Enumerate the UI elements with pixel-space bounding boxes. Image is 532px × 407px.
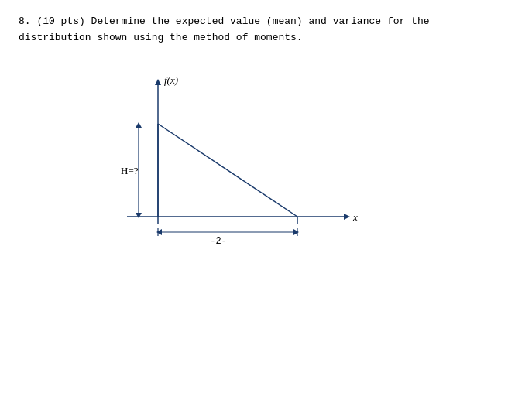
svg-line-5 xyxy=(158,124,297,217)
x-label: x xyxy=(352,211,358,223)
page: 8. (10 pts) Determine the expected value… xyxy=(0,0,532,407)
h-label: H=? xyxy=(121,165,139,176)
problem-line1: 8. (10 pts) Determine the expected value… xyxy=(19,14,513,30)
svg-marker-13 xyxy=(156,229,162,235)
svg-marker-8 xyxy=(136,122,142,128)
svg-marker-1 xyxy=(344,214,350,220)
svg-marker-3 xyxy=(155,79,161,85)
dimension-label: -2- xyxy=(210,236,227,247)
problem-text: 8. (10 pts) Determine the expected value… xyxy=(19,14,513,46)
fx-label: f(x) xyxy=(164,74,178,86)
graph-container: f(x) H=? -2- x xyxy=(81,62,390,279)
svg-marker-9 xyxy=(136,213,142,218)
graph-svg: f(x) H=? -2- x xyxy=(81,62,390,279)
problem-line2: distribution shown using the method of m… xyxy=(19,30,513,46)
svg-marker-14 xyxy=(293,229,299,235)
